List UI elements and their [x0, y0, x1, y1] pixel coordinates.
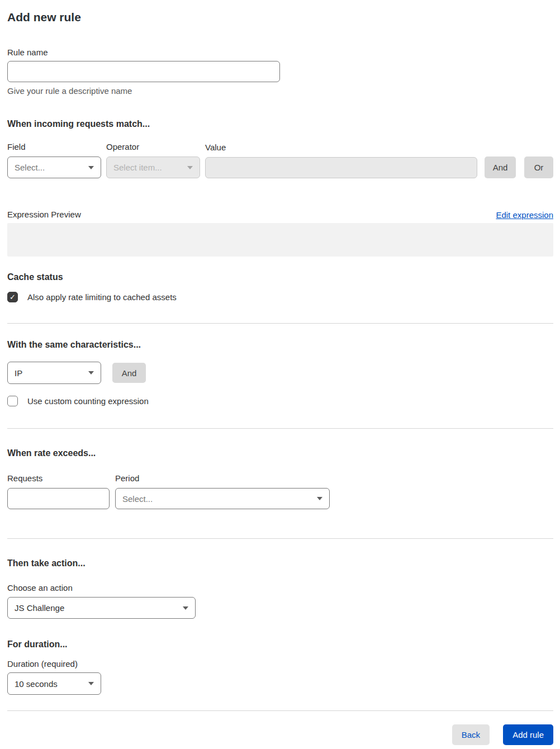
characteristics-and-button[interactable]: And: [112, 363, 146, 383]
chevron-down-icon: [88, 682, 94, 685]
characteristics-select[interactable]: IP: [7, 362, 101, 384]
cache-status-heading: Cache status: [7, 272, 553, 283]
operator-select-value: Select item...: [113, 163, 182, 172]
expression-preview-header: Expression Preview Edit expression: [7, 210, 553, 220]
field-select[interactable]: Select...: [7, 157, 101, 178]
match-heading: When incoming requests match...: [7, 118, 553, 130]
rule-name-input[interactable]: [7, 61, 280, 82]
period-label: Period: [115, 473, 330, 483]
match-field-col: Field Select...: [7, 142, 101, 178]
cached-assets-checkbox-label: Also apply rate limiting to cached asset…: [27, 292, 177, 302]
expression-preview-label: Expression Preview: [7, 210, 81, 220]
chevron-down-icon: [88, 166, 94, 169]
chevron-down-icon: [187, 166, 193, 169]
page-title: Add new rule: [7, 10, 553, 25]
divider: [7, 538, 553, 539]
add-rule-form: Add new rule Rule name Give your rule a …: [0, 0, 560, 749]
period-col: Period Select...: [115, 473, 330, 509]
rule-name-label: Rule name: [7, 48, 553, 58]
field-label: Field: [7, 142, 101, 152]
cache-status-section: Cache status ✓ Also apply rate limiting …: [7, 272, 553, 302]
match-operator-col: Operator Select item...: [106, 142, 200, 178]
back-button[interactable]: Back: [452, 724, 490, 745]
and-button[interactable]: And: [485, 157, 516, 178]
action-select[interactable]: JS Challenge: [7, 597, 196, 619]
match-section: When incoming requests match... Field Se…: [7, 118, 553, 257]
rate-section: When rate exceeds... Requests Period Sel…: [7, 448, 553, 509]
cached-assets-checkbox[interactable]: ✓: [7, 292, 18, 302]
duration-select[interactable]: 10 seconds: [7, 672, 101, 695]
chevron-down-icon: [88, 371, 94, 374]
expression-preview-box: [7, 223, 553, 257]
divider: [7, 710, 553, 711]
period-select[interactable]: Select...: [115, 488, 330, 509]
rate-heading: When rate exceeds...: [7, 448, 553, 459]
action-select-value: JS Challenge: [15, 603, 177, 613]
duration-label: Duration (required): [7, 659, 553, 669]
duration-section: For duration... Duration (required) 10 s…: [7, 639, 553, 695]
action-section: Then take action... Choose an action JS …: [7, 558, 553, 619]
characteristics-row: IP And: [7, 362, 553, 384]
add-rule-button[interactable]: Add rule: [503, 724, 553, 745]
action-heading: Then take action...: [7, 558, 553, 569]
operator-label: Operator: [106, 142, 200, 152]
footer-actions: Back Add rule: [7, 724, 553, 745]
custom-counting-checkbox[interactable]: ✓: [7, 396, 18, 406]
match-condition-row: Field Select... Operator Select item... …: [7, 142, 553, 178]
match-value-col: Value: [205, 143, 477, 178]
characteristics-section: With the same characteristics... IP And …: [7, 339, 553, 406]
field-select-value: Select...: [15, 163, 83, 172]
custom-counting-checkbox-label: Use custom counting expression: [27, 396, 149, 406]
value-label: Value: [205, 143, 477, 153]
or-button[interactable]: Or: [524, 157, 553, 178]
divider: [7, 323, 553, 324]
operator-select[interactable]: Select item...: [106, 157, 200, 178]
requests-label: Requests: [7, 473, 110, 483]
custom-counting-checkbox-row: ✓ Use custom counting expression: [7, 396, 553, 406]
edit-expression-link[interactable]: Edit expression: [496, 210, 553, 220]
characteristics-heading: With the same characteristics...: [7, 339, 553, 350]
check-icon: ✓: [10, 293, 16, 301]
requests-col: Requests: [7, 473, 110, 509]
value-input[interactable]: [205, 157, 477, 178]
chevron-down-icon: [183, 606, 188, 610]
period-select-value: Select...: [122, 494, 311, 504]
divider: [7, 428, 553, 429]
rule-name-section: Rule name Give your rule a descriptive n…: [7, 48, 553, 96]
rate-row: Requests Period Select...: [7, 473, 553, 509]
chevron-down-icon: [317, 497, 322, 500]
rule-name-help: Give your rule a descriptive name: [7, 86, 553, 96]
duration-select-value: 10 seconds: [15, 679, 83, 689]
duration-heading: For duration...: [7, 639, 553, 650]
characteristics-select-value: IP: [15, 368, 83, 378]
cached-assets-checkbox-row: ✓ Also apply rate limiting to cached ass…: [7, 292, 553, 302]
action-label: Choose an action: [7, 583, 553, 593]
requests-input[interactable]: [7, 488, 110, 509]
